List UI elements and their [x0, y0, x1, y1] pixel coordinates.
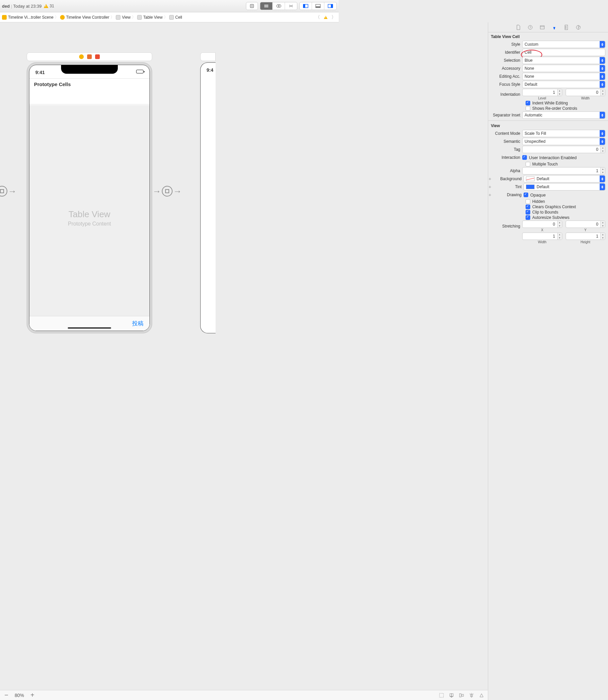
jump-bar[interactable]: Timeline Vi...troller Scene〉 Timeline Vi…: [0, 12, 339, 22]
warning-badge[interactable]: 31: [44, 4, 54, 8]
warning-icon: [44, 4, 49, 8]
assistant-editor-button[interactable]: [273, 2, 285, 10]
svg-rect-12: [331, 4, 333, 8]
warning-count: 31: [50, 4, 54, 8]
standard-editor-button[interactable]: [260, 2, 273, 10]
toggle-inspector-button[interactable]: [324, 2, 336, 10]
toggle-debug-button[interactable]: [312, 2, 324, 10]
vc-icon: [79, 54, 84, 59]
device-frame: 9:41 Prototype Cells Table View Prototyp…: [27, 62, 152, 333]
warning-icon[interactable]: [324, 16, 327, 19]
peek-status-time: 9:4: [207, 67, 213, 73]
prototype-cell[interactable]: [30, 90, 150, 104]
tableview-icon: [137, 15, 142, 20]
cell-icon: [169, 15, 174, 20]
battery-icon: [136, 70, 144, 73]
prototype-cells-header: Prototype Cells: [30, 78, 150, 90]
svg-rect-10: [316, 6, 320, 8]
panel-toggle-segmented[interactable]: [299, 2, 337, 10]
scene-icon: [2, 15, 7, 20]
interface-builder-canvas[interactable]: → 9:41 Prototype Cells: [0, 22, 339, 388]
scene-header[interactable]: [27, 52, 152, 61]
tableview-subtitle: Prototype Content: [68, 221, 111, 227]
segue-arrow[interactable]: →→: [152, 186, 183, 196]
adjacent-scene[interactable]: 9:4: [200, 52, 215, 333]
toggle-navigator-button[interactable]: [300, 2, 312, 10]
version-editor-button[interactable]: [285, 2, 297, 10]
tableview-title: Table View: [69, 209, 110, 219]
crumb-view[interactable]: View: [115, 15, 131, 20]
svg-rect-0: [250, 4, 253, 8]
library-button[interactable]: [246, 2, 258, 10]
first-responder-icon: [87, 54, 92, 59]
crumb-tableview[interactable]: Table View: [136, 15, 163, 20]
svg-point-6: [278, 5, 281, 7]
status-time: 9:41: [35, 70, 45, 75]
svg-rect-8: [303, 4, 305, 8]
build-status: ded | Today at 23:39: [2, 4, 42, 9]
crumb-viewcontroller[interactable]: Timeline View Controller: [59, 15, 110, 20]
status-time: Today at 23:39: [13, 4, 42, 9]
svg-rect-1: [251, 5, 253, 7]
path-next-button[interactable]: 〉: [330, 14, 337, 20]
editor-mode-segmented[interactable]: [260, 2, 297, 10]
exit-icon: [95, 54, 100, 59]
tableview-placeholder[interactable]: Table View Prototype Content: [30, 105, 150, 331]
crumb-scene[interactable]: Timeline Vi...troller Scene: [1, 15, 54, 20]
crumb-cell[interactable]: Cell: [169, 15, 183, 20]
path-prev-button[interactable]: 〈: [314, 14, 321, 20]
viewcontroller-icon: [60, 15, 65, 20]
status-prefix: ded: [2, 4, 10, 9]
segue-entry[interactable]: →: [0, 186, 17, 196]
view-icon: [116, 15, 120, 20]
xcode-titlebar: ded | Today at 23:39 31: [0, 0, 339, 12]
post-button[interactable]: 投稿: [132, 319, 144, 327]
home-indicator: [68, 327, 111, 329]
device-notch: [61, 65, 118, 74]
